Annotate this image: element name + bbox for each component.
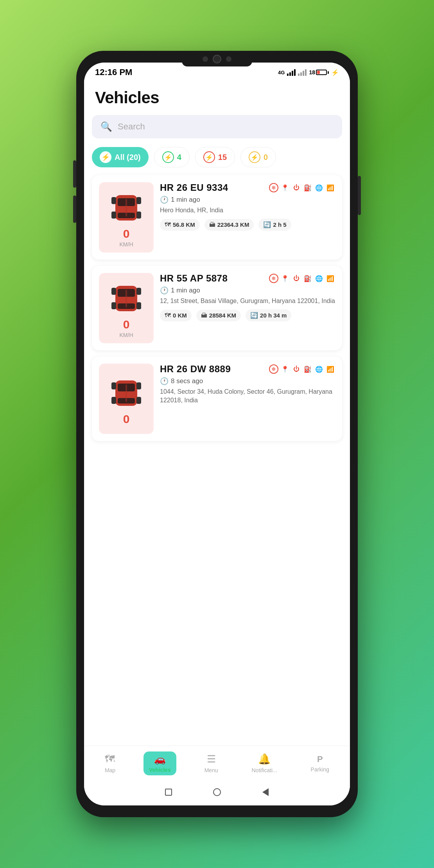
- phone-shell: 12:16 PM 4G 18 ⚡: [76, 51, 358, 817]
- charging-icon: ⚡: [331, 69, 339, 76]
- odometer-icon-2: 🏔: [201, 312, 207, 319]
- nav-item-notifications[interactable]: 🔔 Notificati...: [246, 751, 282, 776]
- search-box[interactable]: 🔍 Search: [92, 115, 342, 138]
- speed-value-1: 0: [123, 228, 130, 240]
- search-input[interactable]: Search: [118, 122, 145, 132]
- bottom-nav: 🗺 Map 🚗 Vehicles ☰ Menu 🔔 Notificati... …: [84, 746, 350, 782]
- stats-row-1: 🗺 56.8 KM 🏔 22364.3 KM 🔄 2 h 5: [160, 219, 335, 231]
- vehicle-card-3[interactable]: 0 HR 26 DW 8889 ❄ 📍 ⏻ ⛽ 🌐 📶: [92, 357, 342, 441]
- android-square-icon: [165, 789, 172, 796]
- clock-icon-2: 🕐: [160, 286, 169, 295]
- power-icon-3: ⏻: [292, 364, 301, 374]
- yellow-tab-icon: ⚡: [249, 151, 260, 163]
- android-home-icon: [213, 788, 221, 796]
- time-icon-1: 🔄: [263, 221, 271, 228]
- status-icons: 4G 18 ⚡: [278, 69, 339, 76]
- volume-up-button[interactable]: [73, 160, 76, 188]
- location-text-1: Hero Honda, HR, India: [160, 206, 335, 215]
- svg-rect-7: [126, 199, 127, 217]
- vehicle-info-2: HR 55 AP 5878 ❄ 📍 ⏻ ⛽ 🌐 📶 🕐: [160, 273, 335, 343]
- time-value-2: 20 h 34 m: [260, 312, 287, 319]
- nav-item-parking[interactable]: P Parking: [305, 752, 335, 775]
- android-back-btn[interactable]: [261, 787, 270, 797]
- android-square-btn[interactable]: [164, 787, 173, 797]
- time-ago-text-3: 8 secs ago: [171, 377, 203, 385]
- svg-rect-12: [111, 302, 116, 309]
- nav-label-menu: Menu: [204, 767, 218, 773]
- status-icons-row-1: ❄ 📍 ⏻ ⛽ 🌐 📶: [269, 183, 335, 192]
- vehicle-card-2[interactable]: 0 KM/H HR 55 AP 5878 ❄ 📍 ⏻ ⛽ 🌐: [92, 266, 342, 350]
- car-image-1: [109, 187, 144, 226]
- globe-icon-3: 🌐: [314, 364, 324, 374]
- signal-icon-1: 📶: [326, 183, 335, 192]
- svg-rect-22: [136, 397, 141, 404]
- globe-icon-2: 🌐: [314, 274, 324, 283]
- svg-rect-6: [136, 212, 141, 219]
- pin-icon-1: 📍: [280, 183, 290, 192]
- status-bar: 12:16 PM 4G 18 ⚡: [84, 63, 350, 81]
- search-container: 🔍 Search: [84, 111, 350, 144]
- network-label: 4G: [278, 70, 285, 75]
- svg-rect-21: [136, 382, 141, 389]
- signal-icon-3: 📶: [326, 364, 335, 374]
- vehicle-thumb-3: 0: [99, 364, 154, 434]
- time-ago-text-1: 1 min ago: [171, 196, 200, 204]
- speed-unit-1: KM/H: [120, 241, 133, 247]
- main-camera: [213, 55, 221, 63]
- svg-rect-14: [136, 302, 141, 309]
- vehicle-info-3: HR 26 DW 8889 ❄ 📍 ⏻ ⛽ 🌐 📶 🕐: [160, 364, 335, 434]
- filter-tab-green[interactable]: ⚡ 4: [154, 147, 190, 167]
- android-home-btn[interactable]: [212, 787, 222, 797]
- vehicle-id-3: HR 26 DW 8889: [160, 364, 231, 375]
- parking-nav-icon: P: [317, 754, 323, 764]
- time-ago-1: 🕐 1 min ago: [160, 195, 335, 204]
- all-tab-icon: ⚡: [100, 151, 111, 163]
- nav-item-vehicles[interactable]: 🚗 Vehicles: [143, 751, 176, 775]
- map-nav-icon: 🗺: [105, 753, 115, 765]
- page-title: Vehicles: [95, 88, 339, 107]
- time-ago-text-2: 1 min ago: [171, 287, 200, 294]
- svg-rect-4: [111, 212, 116, 219]
- location-text-2: 12, 1st Street, Basai Village, Gurugram,…: [160, 297, 335, 305]
- stat-distance-2: 🗺 0 KM: [160, 310, 192, 321]
- battery-tip: [328, 71, 329, 74]
- status-icons-row-2: ❄ 📍 ⏻ ⛽ 🌐 📶: [269, 274, 335, 283]
- battery-icon: 18: [309, 69, 329, 75]
- vehicle-thumb-2: 0 KM/H: [99, 273, 154, 343]
- filter-tab-all[interactable]: ⚡ All (20): [92, 147, 149, 167]
- vehicle-id-row-1: HR 26 EU 9334 ❄ 📍 ⏻ ⛽ 🌐 📶: [160, 182, 335, 193]
- svg-rect-15: [126, 290, 127, 307]
- distance-icon-2: 🗺: [165, 312, 171, 319]
- notifications-nav-icon: 🔔: [258, 753, 271, 765]
- battery-level: 18: [309, 69, 315, 75]
- android-back-icon: [262, 788, 269, 796]
- odometer-value-2: 28584 KM: [209, 312, 236, 319]
- vehicles-list: 0 KM/H HR 26 EU 9334 ❄ 📍 ⏻ ⛽ 🌐: [84, 172, 350, 441]
- page-header: Vehicles: [84, 81, 350, 111]
- time-ago-2: 🕐 1 min ago: [160, 286, 335, 295]
- red-tab-icon: ⚡: [203, 151, 215, 163]
- menu-nav-icon: ☰: [207, 753, 216, 765]
- nav-label-vehicles: Vehicles: [149, 767, 171, 773]
- pin-icon-3: 📍: [280, 364, 290, 374]
- filter-tab-yellow[interactable]: ⚡ 0: [240, 147, 276, 167]
- nav-item-map[interactable]: 🗺 Map: [99, 751, 121, 776]
- stat-time-1: 🔄 2 h 5: [258, 219, 291, 231]
- time-value-1: 2 h 5: [273, 221, 286, 228]
- vehicle-card-1[interactable]: 0 KM/H HR 26 EU 9334 ❄ 📍 ⏻ ⛽ 🌐: [92, 175, 342, 260]
- red-tab-count: 15: [218, 153, 227, 162]
- vehicles-nav-icon: 🚗: [154, 754, 166, 765]
- volume-down-button[interactable]: [73, 195, 76, 223]
- time-icon-2: 🔄: [250, 312, 258, 319]
- nav-label-map: Map: [105, 767, 115, 773]
- signal-bars-1: [287, 69, 296, 76]
- nav-item-menu[interactable]: ☰ Menu: [199, 751, 224, 776]
- vehicle-id-1: HR 26 EU 9334: [160, 182, 228, 193]
- vehicle-info-1: HR 26 EU 9334 ❄ 📍 ⏻ ⛽ 🌐 📶 🕐: [160, 182, 335, 253]
- all-tab-label: All (20): [115, 153, 141, 162]
- power-button[interactable]: [358, 176, 361, 215]
- nav-label-parking: Parking: [311, 766, 329, 773]
- filter-tabs: ⚡ All (20) ⚡ 4 ⚡ 15: [84, 144, 350, 172]
- filter-tab-red[interactable]: ⚡ 15: [195, 147, 235, 167]
- svg-rect-20: [111, 397, 116, 404]
